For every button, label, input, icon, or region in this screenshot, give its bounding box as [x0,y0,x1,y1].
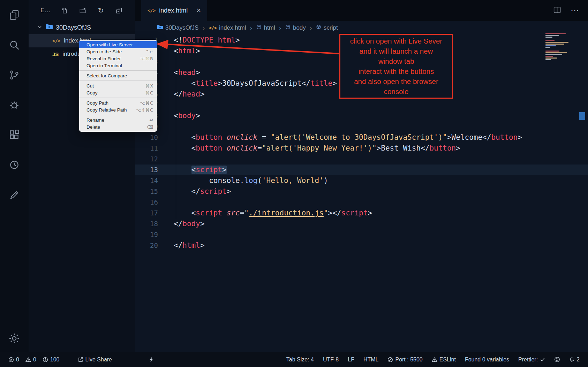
status-2[interactable]: 2 [569,357,580,363]
code-token: < [174,220,178,228]
more-actions-icon[interactable]: ⋯ [571,6,579,15]
minimap[interactable] [545,33,579,61]
code-line-content [158,121,174,132]
search-icon[interactable] [7,37,22,53]
breadcrumb-item-index-html[interactable]: </>index.html [209,24,246,31]
line-number[interactable]: 17 [135,208,158,219]
menu-item-shortcut: ⌫ [147,124,153,130]
code-token [222,133,227,142]
code-line[interactable]: 11 <button onclick="alert('Happy New Yea… [135,143,588,154]
breadcrumb-label: index.html [219,24,246,31]
code-line[interactable]: 18</body> [135,219,588,229]
status-prettier-[interactable]: Prettier: [518,357,545,363]
code-line[interactable]: 14 console.log('Hello, World') [135,175,588,186]
code-line[interactable]: 15 </script> [135,186,588,197]
status-lf[interactable]: LF [348,357,354,363]
code-token: / [178,90,183,98]
line-number[interactable]: 10 [135,132,158,143]
code-token: button [491,133,518,142]
menu-item-label: Copy Path [86,100,108,106]
menu-item-copy-relative-path[interactable]: Copy Relative Path⌥⇧⌘C [79,106,157,113]
code-line-content: <script src="./introduction.js"></script… [158,208,372,219]
feedback-pen-icon[interactable] [7,187,22,202]
code-line[interactable]: 17 <script src="./introduction.js"></scr… [135,208,588,219]
code-line[interactable]: 7 [135,100,588,110]
annotation-line: console [342,86,451,97]
status-0[interactable]: 0 [25,357,36,363]
close-icon[interactable]: × [196,7,201,14]
line-number[interactable]: 12 [135,154,158,165]
breadcrumb-item-body[interactable]: body [285,24,306,31]
breadcrumb-item-script[interactable]: script [316,24,338,31]
breadcrumb-item-30daysofjs[interactable]: 30DaysOfJS [157,24,198,31]
settings-gear-icon[interactable] [0,332,29,345]
menu-item-open-with-live-server[interactable]: Open with Live Server [79,41,157,48]
breadcrumb-separator: › [202,24,205,32]
code-line[interactable]: 19 [135,229,588,240]
menu-item-delete[interactable]: Delete⌫ [79,123,157,130]
status-html[interactable]: HTML [363,357,379,363]
explorer-icon[interactable] [7,7,22,23]
extensions-icon[interactable] [7,127,22,143]
new-folder-icon[interactable] [78,6,87,15]
split-editor-icon[interactable] [553,7,561,15]
code-line[interactable]: 9 [135,121,588,132]
menu-item-open-to-the-side[interactable]: Open to the Side^↵ [79,48,157,55]
line-number[interactable]: 15 [135,186,158,197]
menu-item-reveal-in-finder[interactable]: Reveal in Finder⌥⌘R [79,55,157,62]
code-line[interactable]: 8<body> [135,110,588,121]
code-token: / [337,209,341,217]
menu-item-cut[interactable]: Cut⌘X [79,82,157,89]
status-live-share[interactable]: Live Share [78,357,112,363]
source-control-icon[interactable] [7,67,22,83]
code-line-content: </html> [158,240,205,251]
line-number[interactable]: 14 [135,175,158,186]
menu-item-copy-path[interactable]: Copy Path⌥⌘C [79,99,157,106]
history-clock-icon[interactable] [7,157,22,173]
new-file-icon[interactable] [60,6,69,15]
line-number[interactable]: 16 [135,197,158,208]
code-line[interactable]: 12 [135,154,588,165]
menu-item-label: Copy Relative Path [86,107,127,113]
collapse-folders-icon[interactable] [114,6,123,15]
status-eslint[interactable]: ESLint [432,357,456,363]
code-line[interactable]: 13 <script> [135,165,588,175]
status-port-5500[interactable]: Port : 5500 [387,357,422,363]
menu-item-rename[interactable]: Rename↩ [79,116,157,123]
explorer-title: E… [40,7,51,14]
line-number[interactable]: 13 [135,165,158,175]
line-number[interactable]: 20 [135,240,158,251]
line-number[interactable]: 18 [135,219,158,229]
status-0[interactable]: 0 [8,357,19,363]
code-token: < [174,187,196,196]
code-token: > [518,133,522,142]
code-token: > [235,36,240,44]
status-smiley-icon[interactable] [554,357,560,362]
menu-item-shortcut: ⌥⇧⌘C [136,107,153,113]
refresh-icon[interactable]: ↻ [96,6,105,15]
code-token: < [191,166,196,174]
status-found-0-variables[interactable]: Found 0 variables [465,357,509,363]
menu-separator [79,81,157,81]
code-line-content [158,229,174,240]
status-100[interactable]: 100 [43,357,60,363]
status-tab-size-4[interactable]: Tab Size: 4 [286,357,314,363]
code-token: body [178,112,196,120]
annotation-line: click on open with Live Sever [342,36,451,46]
code-line[interactable]: 16 [135,197,588,208]
tab-index-html[interactable]: </> index.html × [141,0,207,21]
menu-item-open-in-terminal[interactable]: Open in Terminal [79,62,157,69]
run-debug-icon[interactable] [7,97,22,113]
status-lightning-icon[interactable] [149,357,154,362]
menu-item-copy[interactable]: Copy⌘C [79,89,157,96]
code-token: = [240,209,244,217]
menu-item-select-for-compare[interactable]: Select for Compare [79,72,157,79]
code-line[interactable]: 10 <button onclick = "alert('Welcome to … [135,132,588,143]
status-utf-8[interactable]: UTF-8 [323,357,339,363]
line-number[interactable]: 11 [135,143,158,154]
line-number[interactable]: 19 [135,229,158,240]
code-line[interactable]: 20</html> [135,240,588,251]
code-token [222,209,227,217]
sidebar-folder-30daysofjs[interactable]: 30DaysOfJS [29,21,135,34]
breadcrumb-item-html[interactable]: html [256,24,275,31]
